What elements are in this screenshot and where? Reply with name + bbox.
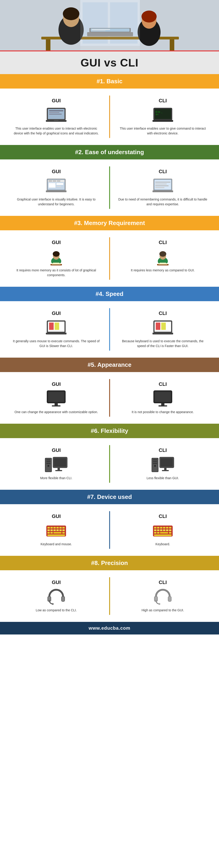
divider-appearance	[109, 379, 110, 417]
comparison-speed: GUI It generally uses mouse to execute c…	[0, 301, 219, 358]
gui-icon-speed	[45, 319, 68, 336]
svg-rect-90	[55, 470, 62, 471]
comparison-row-ease: GUI	[5, 166, 214, 209]
svg-rect-85	[46, 463, 51, 464]
svg-rect-18	[80, 0, 140, 51]
section-title-appearance: #5. Appearance	[88, 361, 131, 368]
svg-rect-98	[164, 468, 166, 470]
section-header-appearance: #5. Appearance	[0, 358, 219, 372]
comparison-basic: GUI This user interface enables user to …	[0, 89, 219, 145]
section-device: #7. Device used GUI	[0, 490, 219, 556]
svg-rect-94	[153, 463, 157, 464]
cli-label-flexibility: CLI	[159, 447, 167, 453]
svg-rect-123	[166, 527, 168, 528]
svg-rect-84	[46, 461, 51, 462]
svg-rect-92	[153, 460, 157, 460]
main-title-bar: GUI vs CLI	[0, 51, 219, 74]
svg-rect-71	[161, 322, 166, 330]
cli-icon-ease	[151, 178, 174, 194]
divider-precision	[109, 577, 110, 615]
svg-rect-6	[170, 39, 174, 51]
cli-icon-basic: C:\> _ dir	[151, 107, 174, 123]
comparison-appearance: GUI One can change the appearance with c…	[0, 372, 219, 424]
svg-rect-93	[153, 461, 157, 462]
svg-rect-131	[154, 532, 156, 533]
gui-label-memory: GUI	[52, 240, 61, 245]
cli-label-speed: CLI	[159, 310, 167, 316]
divider-ease	[109, 166, 110, 209]
gui-text-appearance: One can change the appearance with custo…	[14, 410, 98, 414]
svg-rect-65	[55, 322, 59, 330]
svg-rect-144	[168, 597, 171, 601]
svg-point-12	[142, 10, 157, 23]
col-gui-device: GUI	[5, 511, 108, 549]
svg-rect-101	[48, 527, 50, 528]
svg-rect-73	[153, 333, 173, 335]
svg-rect-97	[160, 458, 173, 467]
section-header-speed: #4. Speed	[0, 287, 219, 301]
svg-rect-76	[55, 403, 58, 405]
comparison-row-flexibility: GUI	[5, 445, 214, 483]
svg-rect-117	[48, 534, 65, 536]
svg-rect-77	[52, 405, 61, 406]
comparison-row-speed: GUI It generally uses mouse to execute c…	[5, 308, 214, 351]
svg-rect-119	[154, 527, 156, 528]
comparison-flexibility: GUI	[0, 438, 219, 490]
gui-text-speed: It generally uses mouse to execute comma…	[11, 339, 101, 348]
comparison-row-precision: GUI Low as	[5, 577, 214, 615]
section-speed: #4. Speed GUI It generally uses mou	[0, 287, 219, 358]
svg-rect-109	[54, 529, 56, 531]
svg-rect-125	[154, 529, 156, 531]
cli-text-precision: High as compared to the GUI.	[142, 608, 184, 613]
svg-rect-103	[54, 527, 56, 528]
cli-label-device: CLI	[159, 514, 167, 519]
gui-text-precision: Low as compared to the CLI.	[36, 608, 77, 613]
section-title-speed: #4. Speed	[96, 290, 123, 297]
svg-point-57	[159, 251, 166, 257]
gui-label-ease: GUI	[52, 168, 61, 175]
comparison-ease: GUI	[0, 159, 219, 216]
section-title-basic: #1. Basic	[97, 78, 122, 85]
svg-rect-111	[59, 529, 62, 531]
svg-rect-107	[48, 529, 50, 531]
svg-rect-120	[157, 527, 159, 528]
svg-point-95	[154, 465, 156, 467]
svg-rect-45	[155, 185, 168, 186]
svg-rect-122	[163, 527, 165, 528]
footer-url: www.educba.com	[89, 625, 130, 630]
col-gui-basic: GUI This user interface enables user to …	[5, 95, 108, 138]
gui-icon-memory	[45, 249, 68, 265]
comparison-precision: GUI Low as	[0, 570, 219, 622]
svg-rect-23	[49, 114, 62, 115]
cli-icon-speed	[151, 319, 174, 336]
col-gui-flexibility: GUI	[5, 445, 108, 483]
svg-rect-128	[163, 529, 165, 531]
section-flexibility: #6. Flexibility GUI	[0, 424, 219, 490]
svg-rect-108	[51, 529, 53, 531]
section-header-memory: #3. Memory Requirement	[0, 216, 219, 230]
page-title: GUI vs CLI	[2, 56, 217, 69]
col-cli-appearance: CLI It is not possible to change the app…	[111, 379, 215, 417]
col-gui-precision: GUI Low as	[5, 577, 108, 615]
cli-label-basic: CLI	[159, 98, 167, 104]
divider-speed	[109, 308, 110, 351]
gui-label-appearance: GUI	[52, 381, 61, 387]
section-header-flexibility: #6. Flexibility	[0, 424, 219, 438]
col-gui-memory: GUI	[5, 237, 108, 280]
section-title-memory: #3. Memory Requirement	[74, 219, 145, 226]
section-precision: #8. Precision GUI	[0, 556, 219, 622]
svg-rect-75	[48, 392, 64, 402]
svg-rect-64	[49, 322, 54, 330]
section-title-device: #7. Device used	[87, 493, 132, 500]
cli-icon-device	[151, 523, 174, 538]
gui-label-speed: GUI	[52, 310, 61, 316]
svg-rect-133	[160, 532, 168, 533]
cli-text-speed: Because keyboard is used to execute the …	[118, 339, 208, 348]
svg-rect-102	[51, 527, 53, 528]
section-header-device: #7. Device used	[0, 490, 219, 504]
comparison-row-basic: GUI This user interface enables user to …	[5, 95, 214, 138]
svg-text:dir: dir	[156, 114, 159, 115]
svg-rect-46	[155, 187, 164, 188]
svg-rect-25	[54, 120, 59, 121]
svg-rect-5	[46, 39, 51, 51]
